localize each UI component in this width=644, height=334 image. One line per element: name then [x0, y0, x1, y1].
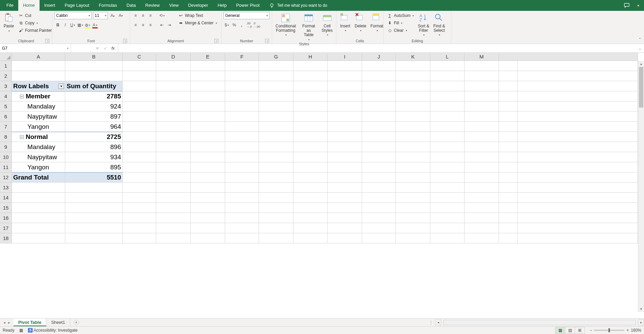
delete-cells-button[interactable]: Delete▾: [353, 12, 368, 33]
paste-button[interactable]: Paste▾: [2, 12, 16, 33]
cell-J8[interactable]: [362, 132, 396, 142]
enter-formula-icon[interactable]: ✓: [103, 46, 107, 51]
decrease-decimal-button[interactable]: .0→.00: [253, 21, 260, 29]
cell-X5[interactable]: [499, 101, 518, 112]
cell-B4[interactable]: 2785: [65, 91, 123, 101]
cell-C5[interactable]: [123, 101, 156, 112]
hscroll-left-button[interactable]: ◂: [435, 319, 441, 326]
cell-G10[interactable]: [259, 152, 293, 162]
cell-J1[interactable]: [362, 61, 396, 71]
cell-B9[interactable]: 896: [65, 142, 123, 152]
cell-G14[interactable]: [259, 193, 293, 203]
cell-D14[interactable]: [156, 193, 191, 203]
decrease-indent-button[interactable]: ⇤: [159, 21, 165, 29]
cell-K14[interactable]: [396, 193, 430, 203]
cell-A3[interactable]: Row Labels▾: [12, 81, 65, 91]
cell-D9[interactable]: [156, 142, 191, 152]
row-header-11[interactable]: 11: [0, 162, 12, 172]
cell-E18[interactable]: [191, 233, 225, 243]
select-all-corner[interactable]: [0, 53, 12, 61]
cell-D18[interactable]: [156, 233, 191, 243]
cell-G17[interactable]: [259, 223, 293, 233]
increase-decimal-button[interactable]: .00→.0: [246, 21, 253, 29]
cell-M11[interactable]: [464, 162, 499, 172]
cell-I7[interactable]: [328, 122, 362, 132]
cell-E6[interactable]: [191, 112, 225, 122]
row-header-10[interactable]: 10: [0, 152, 12, 162]
cell-L6[interactable]: [430, 112, 464, 122]
insert-cells-button[interactable]: Insert▾: [338, 12, 352, 33]
align-top-button[interactable]: ≡: [132, 12, 139, 19]
cell-E2[interactable]: [191, 71, 225, 81]
col-header-M[interactable]: M: [464, 53, 499, 61]
cell-B6[interactable]: 897: [65, 112, 123, 122]
scroll-down-button[interactable]: ▾: [638, 306, 644, 312]
cell-C16[interactable]: [123, 213, 156, 223]
col-header-A[interactable]: A: [12, 53, 65, 61]
tab-insert[interactable]: Insert: [40, 0, 60, 11]
decrease-font-button[interactable]: A▾: [117, 12, 124, 19]
zoom-in-button[interactable]: +: [626, 328, 629, 333]
cell-G15[interactable]: [259, 203, 293, 213]
cell-J15[interactable]: [362, 203, 396, 213]
cell-A12[interactable]: Grand Total: [12, 172, 65, 183]
cell-M5[interactable]: [464, 101, 499, 112]
cell-M15[interactable]: [464, 203, 499, 213]
row-header-8[interactable]: 8: [0, 132, 12, 142]
cell-M10[interactable]: [464, 152, 499, 162]
clear-button[interactable]: ◇Clear▾: [386, 27, 415, 34]
cell-D3[interactable]: [156, 81, 191, 91]
cut-button[interactable]: ✂Cut: [17, 12, 53, 19]
cell-C11[interactable]: [123, 162, 156, 172]
cell-G6[interactable]: [259, 112, 293, 122]
cell-D11[interactable]: [156, 162, 191, 172]
cell-M13[interactable]: [464, 183, 499, 193]
cell-I15[interactable]: [328, 203, 362, 213]
cell-K4[interactable]: [396, 91, 430, 101]
cell-E7[interactable]: [191, 122, 225, 132]
cell-A14[interactable]: [12, 193, 65, 203]
zoom-slider[interactable]: [594, 330, 624, 331]
cell-G4[interactable]: [259, 91, 293, 101]
tab-power-pivot[interactable]: Power Pivot: [231, 0, 264, 11]
cell-X15[interactable]: [499, 203, 518, 213]
cell-J14[interactable]: [362, 193, 396, 203]
horizontal-scrollbar[interactable]: [443, 320, 636, 325]
cell-I1[interactable]: [328, 61, 362, 71]
cell-C1[interactable]: [123, 61, 156, 71]
format-cells-button[interactable]: Format▾: [369, 12, 385, 33]
cell-C2[interactable]: [123, 71, 156, 81]
orientation-button[interactable]: ⟲▾: [159, 12, 165, 19]
zoom-out-button[interactable]: −: [590, 328, 592, 333]
underline-button[interactable]: U▾: [69, 21, 76, 29]
cell-C12[interactable]: [123, 172, 156, 183]
align-left-button[interactable]: ≡: [132, 21, 139, 29]
cell-F2[interactable]: [225, 71, 259, 81]
cell-B12[interactable]: 5510: [65, 172, 123, 183]
cell-D16[interactable]: [156, 213, 191, 223]
cell-K17[interactable]: [396, 223, 430, 233]
sort-filter-button[interactable]: AZSort & Filter▾: [416, 12, 430, 37]
cell-D17[interactable]: [156, 223, 191, 233]
tab-developer[interactable]: Developer: [183, 0, 213, 11]
tab-home[interactable]: Home: [18, 0, 40, 11]
cell-E9[interactable]: [191, 142, 225, 152]
comma-format-button[interactable]: ,: [238, 21, 245, 29]
cell-E11[interactable]: [191, 162, 225, 172]
cell-M8[interactable]: [464, 132, 499, 142]
cell-K18[interactable]: [396, 233, 430, 243]
cell-G5[interactable]: [259, 101, 293, 112]
cell-C15[interactable]: [123, 203, 156, 213]
cell-J5[interactable]: [362, 101, 396, 112]
cell-C9[interactable]: [123, 142, 156, 152]
cell-H17[interactable]: [293, 223, 328, 233]
cell-C3[interactable]: [123, 81, 156, 91]
cell-H13[interactable]: [293, 183, 328, 193]
cell-E4[interactable]: [191, 91, 225, 101]
cell-E17[interactable]: [191, 223, 225, 233]
row-header-3[interactable]: 3: [0, 81, 12, 91]
cell-M4[interactable]: [464, 91, 499, 101]
cell-F1[interactable]: [225, 61, 259, 71]
macro-record-icon[interactable]: ▦: [19, 328, 23, 333]
cell-E16[interactable]: [191, 213, 225, 223]
